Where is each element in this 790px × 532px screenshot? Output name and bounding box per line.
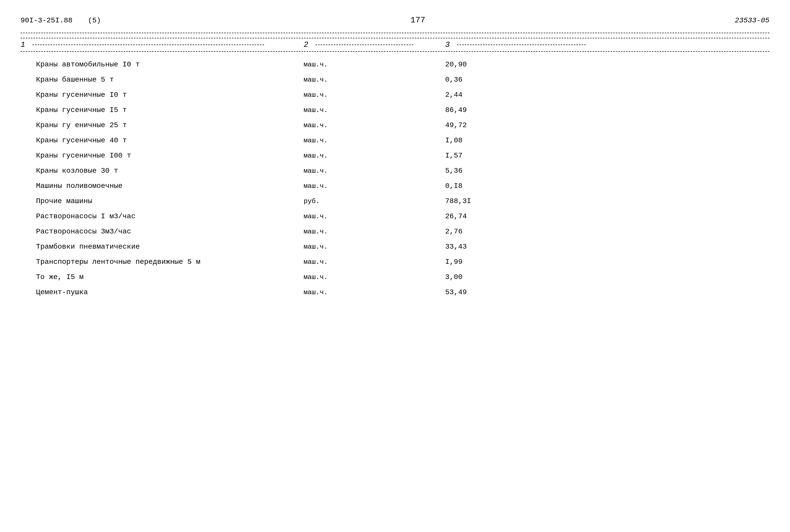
row-unit: маш.ч. [304,273,445,281]
row-name: Краны гусеничные I00 т [21,152,304,159]
row-name: Цемент-пушка [21,288,304,296]
row-value: 49,72 [445,121,769,129]
page-header: 90I-3-25I.88 (5) 177 23533-05 [21,16,769,25]
row-unit: маш.ч. [304,61,445,69]
row-value: 33,43 [445,243,769,251]
row-name: Краны гусеничные I0 т [21,91,304,99]
header-left: 90I-3-25I.88 (5) [21,17,101,24]
table-body: Краны автомобильные I0 тмаш.ч.20,90Краны… [21,57,769,300]
table-row: Растворонасосы I м3/часмаш.ч.26,74 [21,209,769,224]
col2-header: 2 [304,40,445,49]
col1-header: 1 [21,40,304,49]
table-row: Растворонасосы 3м3/часмаш.ч.2,76 [21,224,769,239]
row-value: 788,3I [445,197,769,205]
table-row: Машины поливомоечныемаш.ч.0,I8 [21,178,769,193]
row-unit: маш.ч. [304,106,445,114]
row-unit: маш.ч. [304,137,445,145]
row-unit: руб. [304,197,445,205]
row-value: 53,49 [445,288,769,296]
row-value: 26,74 [445,212,769,220]
edition: (5) [88,17,101,24]
col3-header: 3 [445,40,769,49]
row-value: 86,49 [445,106,769,114]
row-value: I,08 [445,136,769,145]
row-name: Краны гу еничные 25 т [21,121,304,129]
row-value: 20,90 [445,60,769,69]
table-row: Краны гусеничные I00 тмаш.ч.I,57 [21,148,769,163]
row-name: Краны гусеничные I5 т [21,106,304,114]
row-name: Транспортеры ленточные передвижные 5 м [21,258,304,266]
row-unit: маш.ч. [304,182,445,190]
row-name: Прочие машины [21,197,304,205]
column-headers: 1 2 3 [21,38,769,52]
table-row: Краны козловые 30 тмаш.ч.5,36 [21,163,769,178]
row-value: I,57 [445,152,769,159]
page-number: 177 [410,16,425,25]
table-row: Транспортеры ленточные передвижные 5 мма… [21,254,769,269]
doc-number: 90I-3-25I.88 [21,17,73,24]
table-row: Трамбовки пневматическиемаш.ч.33,43 [21,239,769,254]
table-row: Краны башенные 5 тмаш.ч.0,36 [21,72,769,87]
table-row: Краны гусеничные I0 тмаш.ч.2,44 [21,87,769,102]
table-row: Прочие машиныруб.788,3I [21,193,769,209]
row-unit: маш.ч. [304,91,445,99]
table-row: Краны гусеничные I5 тмаш.ч.86,49 [21,102,769,118]
top-separator [21,33,769,33]
row-value: 0,36 [445,76,769,84]
row-name: Трамбовки пневматические [21,243,304,251]
row-unit: маш.ч. [304,121,445,129]
table-row: Краны автомобильные I0 тмаш.ч.20,90 [21,57,769,72]
row-name: Машины поливомоечные [21,182,304,190]
table-row: Цемент-пушкамаш.ч.53,49 [21,285,769,300]
table-row: То же, I5 ммаш.ч.3,00 [21,269,769,285]
row-unit: маш.ч. [304,76,445,84]
row-unit: маш.ч. [304,167,445,175]
table-row: Краны гу еничные 25 тмаш.ч.49,72 [21,118,769,133]
row-value: 0,I8 [445,182,769,190]
row-value: I,99 [445,258,769,266]
row-value: 3,00 [445,273,769,281]
row-name: Краны козловые 30 т [21,167,304,175]
row-unit: маш.ч. [304,213,445,220]
row-name: Растворонасосы 3м3/час [21,228,304,235]
row-name: Краны башенные 5 т [21,76,304,84]
row-unit: маш.ч. [304,243,445,251]
row-unit: маш.ч. [304,258,445,266]
row-name: Краны гусеничные 40 т [21,136,304,145]
row-value: 2,44 [445,91,769,99]
row-value: 5,36 [445,167,769,175]
doc-code: 23533-05 [735,17,769,24]
row-name: Краны автомобильные I0 т [21,60,304,69]
table-row: Краны гусеничные 40 тмаш.ч.I,08 [21,133,769,148]
row-value: 2,76 [445,228,769,235]
row-name: То же, I5 м [21,273,304,281]
row-unit: маш.ч. [304,228,445,235]
row-name: Растворонасосы I м3/час [21,212,304,220]
row-unit: маш.ч. [304,288,445,296]
row-unit: маш.ч. [304,152,445,159]
